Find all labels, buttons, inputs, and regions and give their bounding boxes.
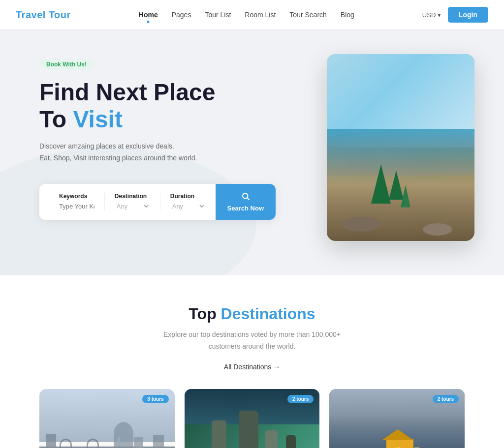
currency-dropdown[interactable]: USD ▾ [422, 11, 441, 19]
keywords-field: Keywords [49, 193, 105, 210]
brand-logo[interactable]: Travel Tour [16, 9, 71, 21]
hero-title: Find Next Place To Visit [39, 79, 276, 133]
main-nav: Home Pages Tour List Room List Tour Sear… [139, 10, 354, 19]
search-btn-label: Search Now [227, 205, 264, 212]
duration-label: Duration [170, 193, 206, 200]
duration-select[interactable]: Any 1-3 days 4-7 days 1-2 weeks [170, 202, 206, 210]
svg-point-0 [243, 193, 248, 199]
dest-card-scandinavia[interactable]: 2 tours Scandinavia [329, 389, 465, 448]
nav-active-dot [147, 21, 150, 23]
dest-card-western-europe[interactable]: 3 tours Western Europe [39, 389, 175, 448]
nav-link-blog[interactable]: Blog [341, 11, 354, 19]
search-bar: Keywords Destination Any Europe Asia Afr… [39, 184, 276, 220]
dest-badge-scandinavia: 2 tours [433, 395, 459, 403]
destination-field: Destination Any Europe Asia Africa [105, 193, 160, 210]
duration-field: Duration Any 1-3 days 4-7 days 1-2 weeks [160, 193, 216, 210]
brand-name-blue: Tour [49, 9, 71, 20]
dest-badge-south-africa: 2 tours [287, 395, 314, 403]
nav-item-tour-list[interactable]: Tour List [205, 10, 231, 19]
dest-badge-western-europe: 3 tours [142, 395, 168, 403]
brand-name-black: Travel [16, 9, 49, 20]
hero-content: Book With Us! Find Next Place To Visit D… [39, 59, 276, 220]
all-destinations-link[interactable]: All Destinations [224, 363, 280, 372]
hero-title-to: To [39, 106, 73, 132]
destinations-title: Top Destinations [39, 305, 465, 323]
hero-description: Discover amzaing places at exclusive dea… [39, 141, 276, 164]
destination-select[interactable]: Any Europe Asia Africa [115, 202, 150, 210]
all-destinations-link-wrap: All Destinations [39, 362, 465, 371]
destinations-title-blue: Destinations [221, 305, 315, 323]
nav-item-blog[interactable]: Blog [341, 10, 354, 19]
destinations-title-black: Top [189, 305, 220, 323]
navbar-right: USD ▾ Login [422, 7, 488, 23]
dest-card-south-africa[interactable]: 2 tours South Africa [185, 389, 320, 448]
search-icon [241, 192, 250, 201]
navbar: Travel Tour Home Pages Tour List Room Li… [0, 0, 504, 30]
nav-item-tour-search[interactable]: Tour Search [289, 10, 326, 19]
hero-section: Book With Us! Find Next Place To Visit D… [0, 30, 504, 275]
nav-link-tour-list[interactable]: Tour List [205, 11, 231, 19]
nav-item-pages[interactable]: Pages [172, 10, 191, 19]
nav-link-home[interactable]: Home [139, 11, 158, 19]
nav-link-pages[interactable]: Pages [172, 11, 191, 19]
keywords-label: Keywords [59, 193, 94, 200]
nav-link-room-list[interactable]: Room List [245, 11, 276, 19]
nav-link-tour-search[interactable]: Tour Search [289, 11, 326, 19]
destinations-grid: 3 tours Western Europe 2 tours South Afr… [39, 389, 465, 448]
svg-line-1 [247, 198, 249, 200]
hero-badge: Book With Us! [39, 59, 94, 70]
hero-title-visit: Visit [73, 106, 123, 132]
hero-desc-line2: Eat, Shop, Visit interesting places arou… [39, 154, 197, 162]
nav-item-home[interactable]: Home [139, 10, 158, 19]
login-button[interactable]: Login [448, 7, 488, 23]
destinations-section: Top Destinations Explore our top destina… [0, 275, 504, 448]
keywords-input[interactable] [59, 203, 94, 210]
search-button[interactable]: Search Now [216, 184, 276, 220]
hero-image [327, 54, 474, 241]
destination-label: Destination [115, 193, 150, 200]
hero-title-line1: Find Next Place [39, 79, 215, 105]
destinations-description: Explore our top destinations voted by mo… [158, 329, 346, 353]
hero-desc-line1: Discover amzaing places at exclusive dea… [39, 142, 174, 150]
nav-item-room-list[interactable]: Room List [245, 10, 276, 19]
